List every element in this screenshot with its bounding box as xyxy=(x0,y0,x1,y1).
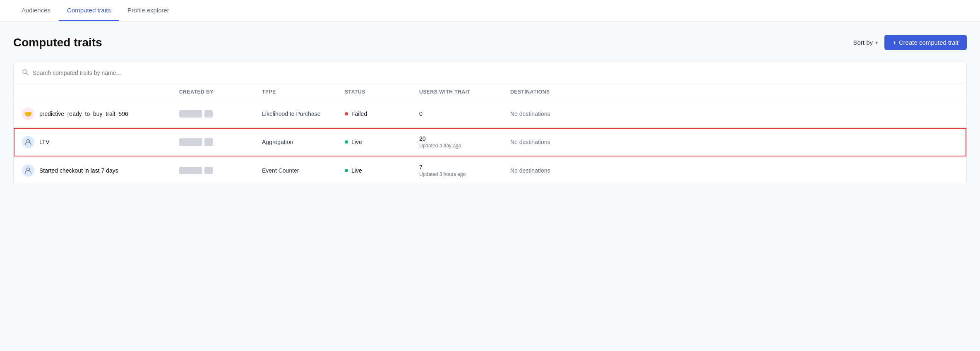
trait-type: Event Counter xyxy=(262,167,345,174)
table-row[interactable]: Started checkout in last 7 days Event Co… xyxy=(14,156,966,185)
trait-type: Likelihood to Purchase xyxy=(262,111,345,117)
sort-by-label: Sort by xyxy=(853,39,873,46)
trait-name: predictive_ready_to_buy_trait_596 xyxy=(39,111,128,117)
traits-table: CREATED BY TYPE STATUS USERS WITH TRAIT … xyxy=(13,62,967,185)
search-icon xyxy=(22,69,29,77)
status-label: Failed xyxy=(351,111,367,117)
col-header-destinations: DESTINATIONS xyxy=(510,89,593,95)
trait-name: Started checkout in last 7 days xyxy=(39,167,118,174)
create-label: Create computed trait xyxy=(899,39,958,46)
trait-name-cell: Started checkout in last 7 days xyxy=(22,164,179,177)
col-header-users-with-trait: USERS WITH TRAIT xyxy=(419,89,510,95)
trait-name-cell: 🤝 predictive_ready_to_buy_trait_596 xyxy=(22,108,179,120)
trait-icon-predictive: 🤝 xyxy=(22,108,34,120)
table-header: CREATED BY TYPE STATUS USERS WITH TRAIT … xyxy=(14,84,966,100)
users-count: 0 xyxy=(419,111,510,117)
tab-computed-traits[interactable]: Computed traits xyxy=(59,0,119,21)
table-row[interactable]: LTV Aggregation Live 20 Updated a day ag… xyxy=(14,128,966,156)
sort-by-button[interactable]: Sort by ▾ xyxy=(853,39,878,46)
col-header-name xyxy=(22,89,179,95)
col-header-type: TYPE xyxy=(262,89,345,95)
destinations-cell: No destinations xyxy=(510,111,593,117)
svg-line-1 xyxy=(26,73,28,75)
status-dot xyxy=(345,112,348,115)
search-input[interactable] xyxy=(33,70,958,76)
users-updated: Updated 3 hours ago xyxy=(419,171,510,177)
destinations-cell: No destinations xyxy=(510,167,593,174)
col-header-status: STATUS xyxy=(345,89,419,95)
main-content: Computed traits Sort by ▾ + Create compu… xyxy=(0,22,980,185)
tab-profile-explorer[interactable]: Profile explorer xyxy=(119,0,178,21)
table-body: 🤝 predictive_ready_to_buy_trait_596 Like… xyxy=(14,100,966,185)
created-by-avatar xyxy=(179,110,262,118)
users-updated: Updated a day ago xyxy=(419,143,510,149)
created-by-avatar xyxy=(179,138,262,146)
col-header-created-by: CREATED BY xyxy=(179,89,262,95)
trait-icon-person xyxy=(22,164,34,177)
status-cell: Live xyxy=(345,139,419,145)
users-cell: 20 Updated a day ago xyxy=(419,135,510,149)
status-cell: Live xyxy=(345,167,419,174)
users-cell: 0 xyxy=(419,111,510,117)
page-title: Computed traits xyxy=(13,36,102,49)
tab-audiences[interactable]: Audiences xyxy=(13,0,59,21)
status-cell: Failed xyxy=(345,111,419,117)
destinations-cell: No destinations xyxy=(510,139,593,145)
table-row[interactable]: 🤝 predictive_ready_to_buy_trait_596 Like… xyxy=(14,100,966,128)
users-count: 7 xyxy=(419,164,510,171)
status-dot xyxy=(345,140,348,144)
header-actions: Sort by ▾ + Create computed trait xyxy=(853,35,967,50)
status-label: Live xyxy=(351,139,362,145)
search-bar xyxy=(14,62,966,84)
trait-name: LTV xyxy=(39,139,50,145)
status-label: Live xyxy=(351,167,362,174)
users-count: 20 xyxy=(419,135,510,142)
users-cell: 7 Updated 3 hours ago xyxy=(419,164,510,177)
created-by-avatar xyxy=(179,167,262,174)
top-navigation: Audiences Computed traits Profile explor… xyxy=(0,0,980,22)
status-dot xyxy=(345,169,348,172)
trait-type: Aggregation xyxy=(262,139,345,145)
trait-name-cell: LTV xyxy=(22,136,179,148)
trait-icon-person xyxy=(22,136,34,148)
plus-icon: + xyxy=(893,39,896,46)
chevron-down-icon: ▾ xyxy=(875,40,878,46)
create-computed-trait-button[interactable]: + Create computed trait xyxy=(884,35,967,50)
page-header: Computed traits Sort by ▾ + Create compu… xyxy=(13,35,967,50)
